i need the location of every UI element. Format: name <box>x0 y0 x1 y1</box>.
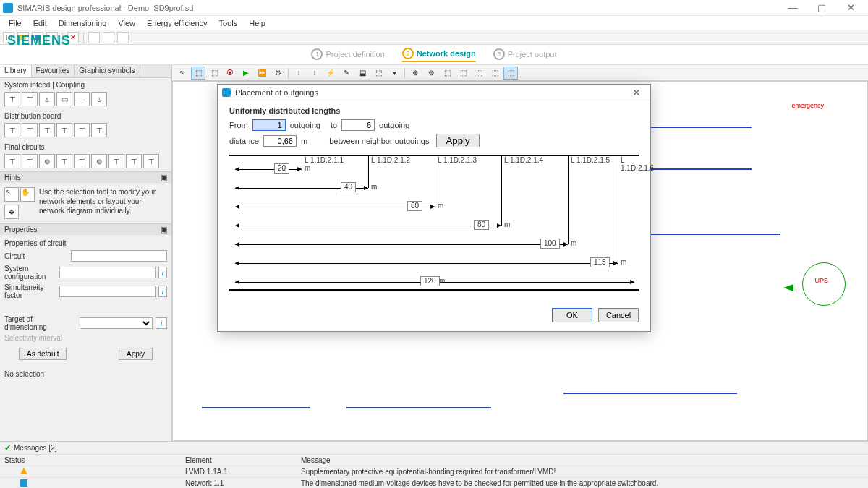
tab-favourites[interactable]: Favourites <box>32 65 75 77</box>
collapse-icon[interactable]: ▣ <box>161 226 167 234</box>
distance-value[interactable]: 80 <box>474 220 489 230</box>
distance-value[interactable]: 115 <box>590 257 610 267</box>
minimize-button[interactable]: — <box>778 0 807 16</box>
symbol-icon[interactable]: ⊤ <box>56 123 72 137</box>
play-all-icon[interactable]: ⏩ <box>255 67 269 80</box>
distance-value[interactable]: 60 <box>407 201 422 211</box>
info-icon[interactable]: i <box>158 267 167 278</box>
step-project-definition[interactable]: 1 Project definition <box>311 48 384 61</box>
select-tool-icon[interactable]: ↖ <box>4 187 19 202</box>
tool-icon[interactable]: ✎ <box>339 67 354 80</box>
branch-label: L 1.1D.2.1.1 <box>305 156 344 164</box>
message-cell: The dimensioned medium-voltage devices h… <box>297 478 868 488</box>
tool-icon[interactable]: ▾ <box>387 67 401 80</box>
window-titlebar: SIMARIS design professional - Demo_SD9pr… <box>0 0 868 16</box>
tool-icon[interactable]: ↖ <box>175 67 190 80</box>
info-icon[interactable]: i <box>156 317 167 329</box>
dialog-close-button[interactable]: ✕ <box>627 87 646 98</box>
tool-icon[interactable]: ⬚ <box>371 67 386 80</box>
to-input[interactable] <box>341 119 375 131</box>
tool-icon[interactable]: ⬚ <box>472 67 486 80</box>
cancel-button[interactable]: Cancel <box>598 308 639 322</box>
unit-m: m <box>621 258 626 266</box>
collapse-icon[interactable]: ▣ <box>161 174 167 181</box>
prop-select-target[interactable] <box>80 317 153 329</box>
symbol-icon[interactable]: ⊤ <box>39 123 55 137</box>
separator <box>288 68 289 78</box>
element-cell[interactable]: Network 1.1 <box>181 478 297 488</box>
tab-library[interactable]: Library <box>0 65 32 77</box>
distance-input[interactable] <box>263 135 297 147</box>
symbol-icon[interactable]: ⊤ <box>74 123 90 137</box>
menu-energy[interactable]: Energy efficiency <box>141 17 213 29</box>
element-cell[interactable]: LVMD 1.1A.1 <box>181 466 297 478</box>
tool-icon[interactable]: ↕ <box>307 67 322 80</box>
symbol-icon[interactable]: — <box>74 92 90 106</box>
symbol-icon[interactable]: ⊚ <box>39 154 55 168</box>
step-number: 3 <box>493 48 505 60</box>
menu-file[interactable]: File <box>3 17 27 29</box>
symbol-icon[interactable]: ⊤ <box>22 123 38 137</box>
paste-icon[interactable] <box>117 32 129 43</box>
play-icon[interactable]: ▶ <box>239 67 253 80</box>
symbol-icon[interactable]: ⊤ <box>91 123 107 137</box>
tool-icon[interactable]: ⬚ <box>440 67 454 80</box>
menu-view[interactable]: View <box>112 17 141 29</box>
from-input[interactable] <box>252 119 286 131</box>
tool-icon[interactable]: ⬚ <box>456 67 470 80</box>
tool-icon[interactable]: ⬚ <box>488 67 502 80</box>
distance-label: distance <box>229 137 259 145</box>
symbol-icon[interactable]: ⊤ <box>143 154 159 168</box>
symbol-icon[interactable]: ⊤ <box>4 154 20 168</box>
move-tool-icon[interactable]: ✥ <box>4 205 19 219</box>
prop-input-simfactor[interactable] <box>59 286 156 297</box>
tool-icon[interactable]: ⬚ <box>191 67 205 80</box>
symbol-icon[interactable]: ⊤ <box>4 92 20 106</box>
zoom-out-icon[interactable]: ⊖ <box>424 67 438 80</box>
dialog-apply-button[interactable]: Apply <box>436 134 479 147</box>
info-icon <box>20 479 27 487</box>
tool-icon[interactable]: ⚡ <box>323 67 338 80</box>
as-default-button[interactable]: As default <box>19 348 67 360</box>
menu-edit[interactable]: Edit <box>27 17 53 29</box>
distance-value[interactable]: 20 <box>274 163 289 174</box>
tool-icon[interactable]: ⬓ <box>355 67 370 80</box>
symbol-icon[interactable]: ⍋ <box>39 92 55 106</box>
symbol-icon[interactable]: ⊤ <box>126 154 142 168</box>
symbol-icon[interactable]: ▭ <box>56 92 72 106</box>
copy-icon[interactable] <box>103 32 114 43</box>
dialog-titlebar[interactable]: Placement of outgoings ✕ <box>218 85 650 100</box>
distance-value[interactable]: 40 <box>341 182 356 192</box>
step-project-output[interactable]: 3 Project output <box>493 48 557 61</box>
symbol-icon[interactable]: ⊤ <box>109 154 124 168</box>
info-icon[interactable]: i <box>158 286 167 297</box>
print-icon[interactable] <box>88 32 100 43</box>
symbol-icon[interactable]: ⊤ <box>56 154 72 168</box>
symbol-icon[interactable]: ⊚ <box>91 154 107 168</box>
symbol-icon[interactable]: ⊤ <box>4 123 20 137</box>
tab-graphic-symbols[interactable]: Graphic/ symbols <box>75 65 140 77</box>
tool-icon[interactable]: ⚙ <box>271 67 285 80</box>
stop-icon[interactable]: ⦿ <box>223 67 237 80</box>
prop-input-sysconfig[interactable] <box>59 267 156 278</box>
close-button[interactable]: ✕ <box>836 0 865 16</box>
zoom-in-icon[interactable]: ⊕ <box>408 67 422 80</box>
tool-icon[interactable]: ⬚ <box>503 67 518 80</box>
symbol-icon[interactable]: ⫰ <box>91 92 107 106</box>
hand-tool-icon[interactable]: ✋ <box>20 187 35 202</box>
tool-icon[interactable]: ⬚ <box>207 67 221 80</box>
maximize-button[interactable]: ▢ <box>807 0 836 16</box>
tool-icon[interactable]: ↕ <box>292 67 306 80</box>
prop-input-circuit[interactable] <box>71 250 167 262</box>
distance-value[interactable]: 100 <box>540 239 560 249</box>
symbol-icon[interactable]: ⊤ <box>74 154 90 168</box>
total-distance-value[interactable]: 120 <box>420 276 440 286</box>
symbol-icon[interactable]: ⊤ <box>22 154 38 168</box>
menu-tools[interactable]: Tools <box>213 17 244 29</box>
ok-button[interactable]: OK <box>552 308 592 322</box>
menu-help[interactable]: Help <box>243 17 271 29</box>
apply-button[interactable]: Apply <box>119 348 153 360</box>
step-network-design[interactable]: 2 Network design <box>402 48 476 62</box>
symbol-icon[interactable]: ⊤ <box>22 92 38 106</box>
menu-dimensioning[interactable]: Dimensioning <box>53 17 113 29</box>
